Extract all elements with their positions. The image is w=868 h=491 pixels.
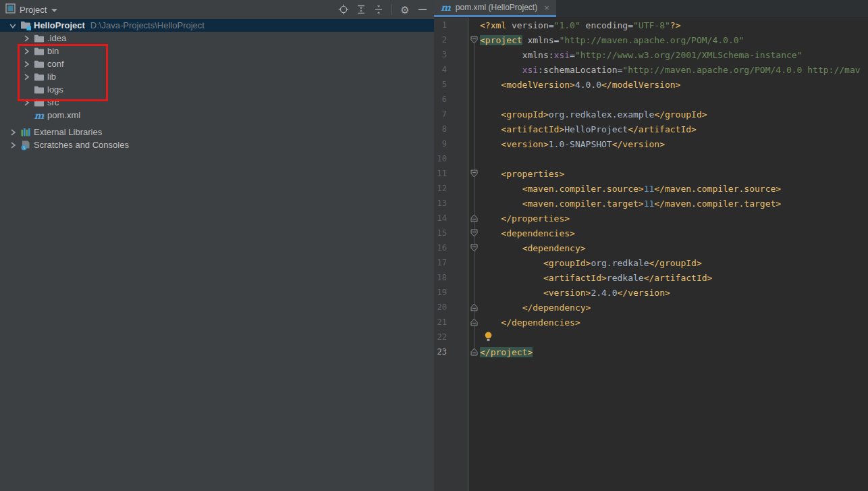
code-line[interactable]: 4 xsi:schemaLocation="http://maven.apach… (434, 62, 868, 77)
tree-item-logs[interactable]: logs (0, 83, 434, 96)
locate-icon[interactable] (336, 2, 351, 17)
code-line[interactable]: 11 <properties> (434, 166, 868, 181)
code-line[interactable]: 14 </properties> (434, 211, 868, 226)
chevron-right-icon[interactable] (7, 127, 19, 138)
line-number: 5 (434, 80, 447, 89)
editor-area: m pom.xml (HelloProject) × 1<?xml versio… (434, 0, 868, 491)
tab-pom-xml[interactable]: m pom.xml (HelloProject) × (434, 0, 556, 17)
code-line-text: <dependencies> (480, 228, 575, 238)
code-line[interactable]: 8 <artifactId>HelloProject</artifactId> (434, 122, 868, 136)
chevron-right-icon[interactable] (20, 33, 32, 44)
code-line-text (480, 332, 494, 342)
line-number: 2 (434, 35, 447, 45)
line-number: 11 (434, 169, 447, 178)
code-line-text: xsi:schemaLocation="http://maven.apache.… (480, 65, 861, 75)
fold-marker-start-icon[interactable] (468, 240, 480, 255)
expand-all-icon[interactable] (354, 2, 369, 17)
code-line[interactable]: 6 (434, 92, 868, 107)
code-line[interactable]: 5 <modelVersion>4.0.0</modelVersion> (434, 77, 868, 92)
code-line[interactable]: 10 (434, 151, 868, 166)
code-line-text: <version>2.4.0</version> (480, 288, 670, 298)
line-number: 17 (434, 258, 447, 267)
chevron-right-icon[interactable] (20, 59, 32, 70)
hide-panel-icon[interactable] (415, 2, 430, 17)
collapse-all-icon[interactable] (371, 2, 386, 17)
chevron-down-icon[interactable] (7, 20, 19, 31)
ide-window: Project ⚙ HelloProjectD:\Ja (0, 0, 868, 491)
tree-item-label: src (47, 97, 59, 107)
code-line-text: <dependency> (480, 243, 586, 253)
code-line[interactable]: 13 <maven.compiler.target>11</maven.comp… (434, 196, 868, 211)
folder-icon (32, 72, 46, 82)
tree-item-bin[interactable]: bin (0, 45, 434, 57)
code-line[interactable]: 21 </dependencies> (434, 315, 868, 330)
chevron-spacer (20, 84, 32, 95)
tab-title: pom.xml (HelloProject) (456, 3, 537, 12)
code-line[interactable]: 19 <version>2.4.0</version> (434, 285, 868, 300)
code-line-text: </dependency> (480, 303, 591, 313)
tree-item-lib[interactable]: lib (0, 70, 434, 83)
code-line[interactable]: 1<?xml version="1.0" encoding="UTF-8"?> (434, 18, 868, 32)
folder-icon (32, 84, 46, 95)
chevron-right-icon[interactable] (20, 97, 32, 108)
project-folder-icon (19, 20, 32, 31)
fold-spacer (468, 270, 480, 285)
code-editor[interactable]: 1<?xml version="1.0" encoding="UTF-8"?>2… (434, 18, 868, 491)
fold-spacer (468, 62, 480, 77)
code-line[interactable]: 22 (434, 330, 868, 344)
fold-marker-end-icon[interactable] (468, 211, 480, 226)
tree-item-external-libraries[interactable]: External Libraries (0, 126, 434, 138)
fold-spacer (468, 107, 480, 122)
chevron-right-icon[interactable] (7, 140, 19, 151)
project-view-icon (5, 3, 16, 16)
line-number: 10 (434, 154, 447, 163)
fold-spacer (468, 18, 480, 32)
code-line[interactable]: 3 xmlns:xsi="http://www.w3.org/2001/XMLS… (434, 47, 868, 62)
tree-item-scratches-and-consoles[interactable]: Scratches and Consoles (0, 138, 434, 151)
tree-item--idea[interactable]: .idea (0, 32, 434, 45)
tree-item-path: D:\Java-Projects\HelloProject (90, 20, 205, 30)
line-number: 1 (434, 20, 447, 30)
code-line[interactable]: 20 </dependency> (434, 300, 868, 315)
tree-item-label: Scratches and Consoles (34, 140, 129, 150)
code-line[interactable]: 18 <artifactId>redkale</artifactId> (434, 270, 868, 285)
tree-item-label: logs (47, 84, 63, 95)
code-line-text: <maven.compiler.source>11</maven.compile… (480, 184, 781, 194)
tree-item-label: HelloProject (34, 20, 85, 30)
intention-bulb-icon[interactable] (484, 332, 493, 342)
tree-item-conf[interactable]: conf (0, 57, 434, 70)
editor-tab-bar: m pom.xml (HelloProject) × (434, 0, 868, 18)
project-view-selector[interactable]: Project (5, 3, 58, 16)
code-line[interactable]: 7 <groupId>org.redkalex.example</groupId… (434, 107, 868, 122)
fold-marker-end-icon[interactable] (468, 344, 480, 359)
code-line-text: <artifactId>HelloProject</artifactId> (480, 124, 697, 134)
fold-marker-start-icon[interactable] (468, 166, 480, 181)
scratches-icon (19, 140, 32, 151)
code-line-text: </properties> (480, 213, 570, 224)
folder-icon (32, 59, 46, 70)
code-line[interactable]: 17 <groupId>org.redkale</groupId> (434, 255, 868, 270)
toolbar-separator (391, 4, 392, 15)
fold-marker-start-icon[interactable] (468, 226, 480, 240)
chevron-right-icon[interactable] (20, 46, 32, 57)
close-icon[interactable]: × (544, 3, 549, 13)
tree-item-helloproject[interactable]: HelloProjectD:\Java-Projects\HelloProjec… (0, 19, 434, 32)
code-line[interactable]: 16 <dependency> (434, 240, 868, 255)
code-line[interactable]: 9 <version>1.0-SNAPSHOT</version> (434, 136, 868, 151)
fold-marker-end-icon[interactable] (468, 315, 480, 330)
fold-spacer (468, 77, 480, 92)
code-line[interactable]: 12 <maven.compiler.source>11</maven.comp… (434, 181, 868, 196)
code-line-text: <properties> (480, 169, 564, 179)
gear-icon[interactable]: ⚙ (398, 2, 412, 17)
tree-item-src[interactable]: src (0, 96, 434, 109)
code-line[interactable]: 15 <dependencies> (434, 226, 868, 240)
fold-spacer (468, 285, 480, 300)
fold-marker-end-icon[interactable] (468, 300, 480, 315)
code-line[interactable]: 2<project xmlns="http://maven.apache.org… (434, 32, 868, 47)
chevron-right-icon[interactable] (20, 72, 32, 82)
code-line-text: </dependencies> (480, 317, 580, 328)
line-number: 13 (434, 199, 447, 208)
tree-item-pom-xml[interactable]: mpom.xml (0, 109, 434, 122)
fold-marker-start-icon[interactable] (468, 32, 480, 47)
code-line[interactable]: 23</project> (434, 344, 868, 359)
